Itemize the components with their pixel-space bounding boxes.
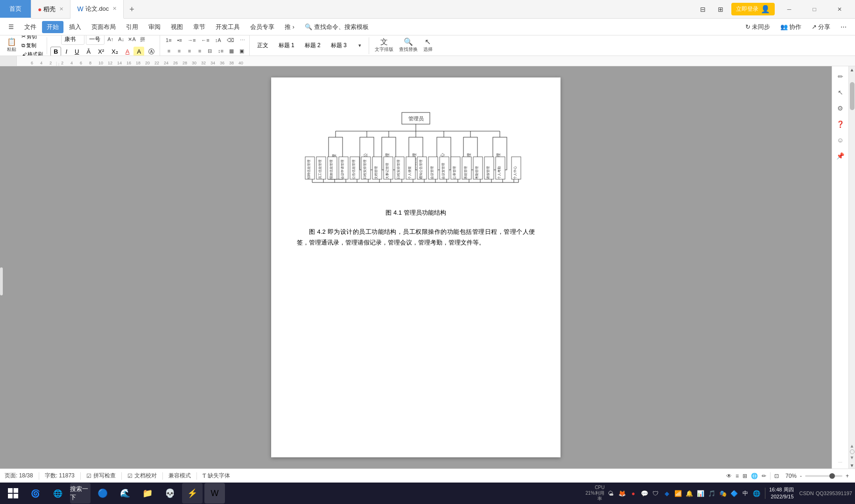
- style-normal[interactable]: 正文: [253, 40, 273, 51]
- menu-devtools[interactable]: 开发工具: [211, 21, 245, 33]
- menu-insert[interactable]: 插入: [64, 21, 86, 33]
- underline-btn[interactable]: U: [71, 47, 82, 56]
- menu-chapter[interactable]: 章节: [189, 21, 210, 33]
- sort-btn[interactable]: ↕A: [213, 35, 224, 45]
- bulleted-list-btn[interactable]: •≡: [175, 35, 184, 45]
- paste-btn[interactable]: 📋 粘贴: [5, 37, 19, 54]
- tray-wechat[interactable]: 💬: [640, 489, 649, 498]
- zoom-out-btn[interactable]: -: [799, 473, 803, 479]
- style-h2[interactable]: 标题 2: [301, 40, 325, 51]
- decrease-indent-btn[interactable]: ←≡: [199, 35, 211, 45]
- tray-lang[interactable]: 中: [741, 489, 750, 498]
- italic-btn[interactable]: I: [62, 47, 70, 56]
- menu-more[interactable]: ⋯: [836, 21, 851, 32]
- more-tools[interactable]: ···: [838, 460, 842, 465]
- pin-tool-btn[interactable]: 📌: [834, 149, 847, 162]
- cut-btn[interactable]: ✂ 剪切: [20, 35, 45, 41]
- shading-btn[interactable]: ▦: [227, 46, 236, 56]
- doc-tab[interactable]: W 论文.doc ✕: [70, 0, 124, 19]
- new-tab-btn[interactable]: +: [124, 0, 140, 19]
- start-btn[interactable]: [3, 483, 23, 504]
- menu-share[interactable]: ↗分享: [807, 21, 835, 33]
- tile-view-btn[interactable]: ⊟: [696, 1, 710, 18]
- scroll-up-arrow[interactable]: ▲: [849, 66, 855, 73]
- tray-icon8[interactable]: 🌐: [752, 489, 761, 498]
- bold-btn[interactable]: B: [50, 47, 61, 56]
- highlight-btn[interactable]: A: [133, 47, 144, 56]
- line-spacing-btn[interactable]: ↕≡: [216, 46, 226, 56]
- taskbar-search2-btn[interactable]: 搜索一下: [70, 483, 91, 504]
- strikethrough-btn[interactable]: Ā: [83, 47, 94, 56]
- menu-vip[interactable]: 会员专享: [245, 21, 279, 33]
- style-h1[interactable]: 标题 1: [274, 40, 299, 51]
- taskbar-word-btn[interactable]: W: [204, 483, 225, 504]
- face-tool-btn[interactable]: ☺: [834, 133, 847, 147]
- taskbar-browser-btn[interactable]: 🌐: [48, 483, 68, 504]
- right-scrollbar[interactable]: ▲ ▲ ▼ ▼: [848, 66, 855, 469]
- align-right-btn[interactable]: ≡: [185, 46, 194, 56]
- tray-icon4[interactable]: ◆: [662, 489, 672, 498]
- tray-icon1[interactable]: 🦊: [617, 489, 627, 498]
- numbered-list-btn[interactable]: 1≡: [163, 35, 174, 45]
- menu-review[interactable]: 审阅: [144, 21, 165, 33]
- more-para-btn[interactable]: ⋯: [238, 35, 247, 45]
- help-tool-btn[interactable]: ❓: [834, 118, 847, 131]
- font-color-btn[interactable]: A: [122, 47, 133, 56]
- view-normal-btn[interactable]: 👁: [726, 473, 732, 479]
- style-h3[interactable]: 标题 3: [327, 40, 351, 51]
- super-btn[interactable]: X²: [95, 47, 107, 56]
- verify-status[interactable]: ☑ 文档校对: [127, 472, 157, 480]
- font-selector[interactable]: 康书: [61, 35, 84, 45]
- cursor-tool-btn[interactable]: ↖: [834, 86, 847, 99]
- doc-close[interactable]: ✕: [112, 6, 117, 12]
- doc-area[interactable]: 员工信息管理 个人办公 会议管理 系统管理 个人中心: [0, 66, 832, 469]
- menu-start[interactable]: 开始: [42, 21, 63, 33]
- scroll-down-small[interactable]: ▼: [850, 455, 855, 460]
- sub-btn[interactable]: X₂: [108, 47, 121, 56]
- menu-file[interactable]: 文件: [20, 21, 41, 33]
- align-center-btn[interactable]: ≡: [175, 46, 184, 56]
- menu-search[interactable]: 🔍 查找命令、搜索模板: [300, 21, 373, 33]
- scroll-circle[interactable]: [850, 449, 855, 454]
- justify-btn[interactable]: ≡: [195, 46, 204, 56]
- font-size-selector[interactable]: 一号: [86, 35, 105, 45]
- taskbar-edge-btn[interactable]: 🌊: [115, 483, 135, 504]
- login-btn[interactable]: 立即登录 👤: [731, 3, 775, 15]
- tray-icon6[interactable]: 🎵: [707, 489, 716, 498]
- tray-wifi[interactable]: 📶: [673, 489, 683, 498]
- menu-hamburger[interactable]: ☰: [4, 21, 19, 32]
- scroll-up-small[interactable]: ▲: [850, 443, 855, 448]
- tray-icon5[interactable]: 📊: [696, 489, 705, 498]
- format-brush-btn[interactable]: 🖌 格式刷: [20, 50, 45, 56]
- settings-tool-btn[interactable]: ⚙: [834, 102, 847, 115]
- pinyin-btn[interactable]: 拼: [138, 35, 147, 44]
- menu-ref[interactable]: 引用: [121, 21, 143, 33]
- border-btn[interactable]: ▣: [237, 46, 246, 56]
- zoom-thumb[interactable]: [829, 473, 835, 479]
- scroll-track[interactable]: [849, 73, 855, 441]
- format-clear-btn[interactable]: ⌫: [224, 35, 237, 45]
- select-btn[interactable]: ↖ 选择: [421, 37, 435, 54]
- zoom-in-btn[interactable]: +: [844, 473, 850, 479]
- tray-notif[interactable]: 🔔: [685, 489, 694, 498]
- annotate-btn[interactable]: ✏: [762, 473, 766, 479]
- tray-icon7[interactable]: 🎭: [718, 489, 728, 498]
- menu-view[interactable]: 视图: [166, 21, 188, 33]
- menu-layout[interactable]: 页面布局: [87, 21, 120, 33]
- tray-bluetooth[interactable]: 🔷: [729, 489, 739, 498]
- crop-icon-btn[interactable]: ⊡: [774, 473, 779, 479]
- taskbar-folder-btn[interactable]: 📁: [137, 483, 158, 504]
- font-status[interactable]: Ƭ 缺失字体: [203, 472, 230, 480]
- daoke-tab[interactable]: ● 稻壳 ✕: [31, 0, 70, 19]
- tray-icon2[interactable]: ●: [629, 489, 638, 498]
- minimize-btn[interactable]: ─: [778, 0, 800, 19]
- taskbar-wps-btn[interactable]: ⚡: [182, 483, 203, 504]
- align-left-btn[interactable]: ≡: [164, 46, 174, 56]
- taskbar-ie-btn[interactable]: 🔵: [92, 483, 113, 504]
- grow-font-btn[interactable]: A↑: [106, 35, 115, 44]
- char-border-btn[interactable]: Ⓐ: [145, 46, 158, 56]
- zoom-slider[interactable]: [805, 475, 842, 477]
- text-arrange-btn[interactable]: 文 文字排版: [372, 37, 396, 54]
- spell-status[interactable]: ☑ 拼写检查: [86, 472, 116, 480]
- scroll-down-arrow[interactable]: ▼: [849, 462, 855, 469]
